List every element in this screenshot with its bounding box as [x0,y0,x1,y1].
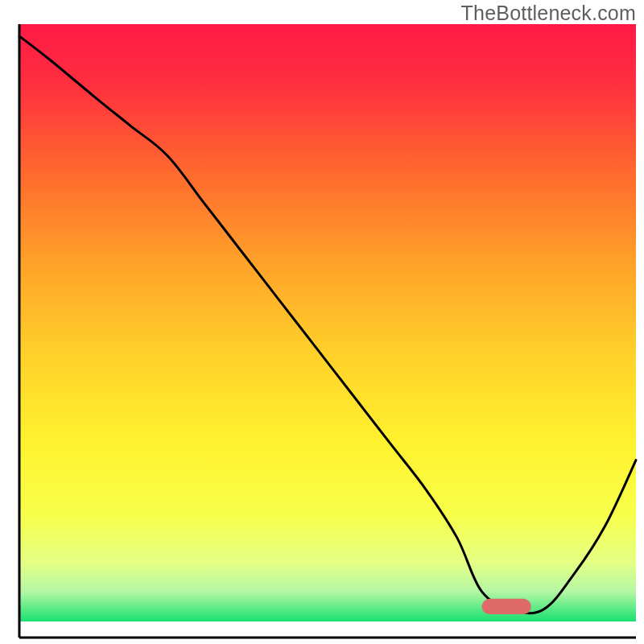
optimal-range-marker [482,599,531,614]
watermark-text: TheBottleneck.com [461,2,636,25]
bottleneck-chart [0,0,644,644]
gradient-background [19,24,636,621]
chart-container: TheBottleneck.com [0,0,644,644]
